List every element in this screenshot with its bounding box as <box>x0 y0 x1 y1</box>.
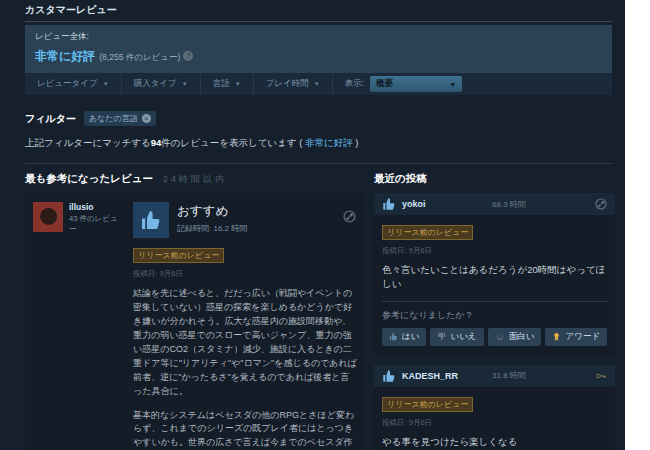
award-button[interactable]: アワード <box>545 328 607 346</box>
dropdown-label: 購入タイプ <box>134 78 177 90</box>
review-date: 投稿日: 9月6日 <box>382 418 607 428</box>
review-card-main: illusio 43 件のレビュー おすすめ 記録時間: 16.2 時間 <box>25 193 366 450</box>
dropdown-label: 言語 <box>213 78 230 90</box>
recent-posts-column: 最近の投稿 yokoi 68.3 時間 リリース前のレビュー 投稿日: 9月6日… <box>374 172 615 450</box>
author-name-link[interactable]: yokoi <box>402 199 486 209</box>
author-name-link[interactable]: KADESH_RR <box>402 371 486 381</box>
most-helpful-column: 最も参考になったレビュー 24時間以内 illusio 43 件のレビュー <box>25 172 366 450</box>
dropdown-label: レビュータイプ <box>37 78 98 90</box>
review-verdict: おすすめ <box>177 203 247 220</box>
recent-review-header: yokoi 68.3 時間 <box>374 193 615 215</box>
display-label: 表示: <box>345 78 364 90</box>
chevron-down-icon: ▼ <box>449 81 456 88</box>
vote-funny-button[interactable]: ☺ 面白い <box>488 328 542 346</box>
key-icon <box>595 370 607 382</box>
filter-bar: レビュータイプ ▼ 購入タイプ ▼ 言語 ▼ プレイ時間 ▼ 表示: 概要 ▼ <box>25 73 612 95</box>
review-author-block: illusio 43 件のレビュー <box>33 202 125 450</box>
thumbs-up-icon <box>133 202 169 238</box>
display-group: 表示: 概要 ▼ <box>345 76 462 92</box>
thumbs-down-icon <box>437 332 446 341</box>
recent-review-card: yokoi 68.3 時間 リリース前のレビュー 投稿日: 9月6日 色々言いた… <box>374 193 615 355</box>
steam-icon <box>595 198 607 210</box>
recent-review-card: KADESH_RR 31.8 時間 リリース前のレビュー 投稿日: 9月6日 や… <box>374 365 615 450</box>
display-selected-value: 概要 <box>376 78 393 90</box>
summary-label: レビュー全体: <box>35 31 602 43</box>
review-date: 投稿日: 9月6日 <box>133 269 358 279</box>
most-helpful-range: 24時間以内 <box>163 173 227 186</box>
vote-funny-label: 面白い <box>509 331 535 343</box>
display-select[interactable]: 概要 ▼ <box>370 76 462 92</box>
review-text: やる事を見つけたら楽しくなる やれる事がわかったら楽しくなる 「自分が何をしたい… <box>382 435 607 450</box>
award-label: アワード <box>565 331 600 343</box>
review-paragraph: 結論を先に述べると、だだっ広い（戦闘やイベントの密集していない）惑星の探索を楽し… <box>133 287 358 399</box>
helpful-question: 参考になりましたか？ <box>382 309 607 322</box>
chevron-down-icon: ▼ <box>235 81 241 87</box>
review-playtime: 記録時間: 16.2 時間 <box>177 223 247 234</box>
steam-icon <box>343 210 356 223</box>
results-summary-line: 上記フィルターにマッチする94件のレビューを表示しています ( 非常に好評 ) <box>25 137 612 150</box>
active-filters-row: フィルター あなたの言語 × <box>25 111 612 126</box>
chevron-down-icon: ▼ <box>182 81 188 87</box>
award-icon <box>552 332 561 342</box>
dropdown-label: プレイ時間 <box>266 78 309 90</box>
section-divider <box>25 163 612 164</box>
dropdown-purchase-type[interactable]: 購入タイプ ▼ <box>122 73 201 95</box>
customer-reviews-page: カスタマーレビュー レビュー全体: 非常に好評(8,255 件のレビュー)? レ… <box>0 0 625 450</box>
overall-rating-link[interactable]: 非常に好評 <box>35 49 95 63</box>
recent-review-header: KADESH_RR 31.8 時間 <box>374 365 615 387</box>
avatar[interactable] <box>33 202 63 232</box>
vote-no-button[interactable]: いいえ <box>430 328 483 346</box>
thumbs-up-icon <box>389 332 398 341</box>
review-header: おすすめ 記録時間: 16.2 時間 <box>133 202 358 238</box>
filter-tag-your-language[interactable]: あなたの言語 × <box>84 111 156 126</box>
review-playtime: 68.3 時間 <box>492 199 589 210</box>
capture-white-margin <box>625 0 650 450</box>
results-text: 件のレビューを表示しています ( <box>161 137 305 148</box>
page-title: カスタマーレビュー <box>25 0 612 22</box>
card-divider <box>382 301 607 302</box>
author-name-link[interactable]: illusio <box>69 202 125 212</box>
vote-no-label: いいえ <box>450 331 476 343</box>
filters-label: フィルター <box>25 112 76 126</box>
info-icon[interactable]: ? <box>183 51 193 61</box>
results-text: 上記フィルターにマッチする <box>25 137 151 148</box>
chevron-down-icon: ▼ <box>314 81 320 87</box>
review-body: 結論を先に述べると、だだっ広い（戦闘やイベントの密集していない）惑星の探索を楽し… <box>133 287 358 450</box>
prerelease-badge: リリース前のレビュー <box>133 248 224 263</box>
most-helpful-title: 最も参考になったレビュー <box>25 172 153 186</box>
review-playtime: 31.8 時間 <box>492 370 589 381</box>
review-count: (8,255 件のレビュー) <box>99 52 180 62</box>
review-summary-box: レビュー全体: 非常に好評(8,255 件のレビュー)? <box>25 25 612 73</box>
thumbs-up-icon <box>382 369 396 383</box>
prerelease-badge: リリース前のレビュー <box>382 397 473 412</box>
prerelease-badge: リリース前のレビュー <box>382 225 473 240</box>
thumbs-up-icon <box>382 197 396 211</box>
results-rating-link[interactable]: 非常に好評 <box>305 137 353 148</box>
review-date: 投稿日: 9月6日 <box>382 246 607 256</box>
vote-yes-label: はい <box>402 331 419 343</box>
chevron-down-icon: ▼ <box>103 81 109 87</box>
vote-yes-button[interactable]: はい <box>382 328 426 346</box>
filter-tag-label: あなたの言語 <box>89 113 138 124</box>
review-text: 色々言いたいことはあるだろうが20時間はやってほしい <box>382 263 607 292</box>
results-count: 94 <box>151 137 162 148</box>
results-text: ) <box>353 137 359 148</box>
dropdown-review-type[interactable]: レビュータイプ ▼ <box>25 73 122 95</box>
recent-posts-title: 最近の投稿 <box>374 172 427 186</box>
close-icon[interactable]: × <box>142 114 151 123</box>
dropdown-language[interactable]: 言語 ▼ <box>201 73 254 95</box>
smiley-icon: ☺ <box>495 332 505 342</box>
author-review-count: 43 件のレビュー <box>69 214 125 234</box>
review-paragraph: 基本的なシステムはベセスダの他のRPGとさほど変わらず、これまでのシリーズの既プ… <box>133 409 358 450</box>
dropdown-playtime[interactable]: プレイ時間 ▼ <box>254 73 333 95</box>
vote-button-row: はい いいえ ☺ 面白い アワード <box>382 328 607 346</box>
